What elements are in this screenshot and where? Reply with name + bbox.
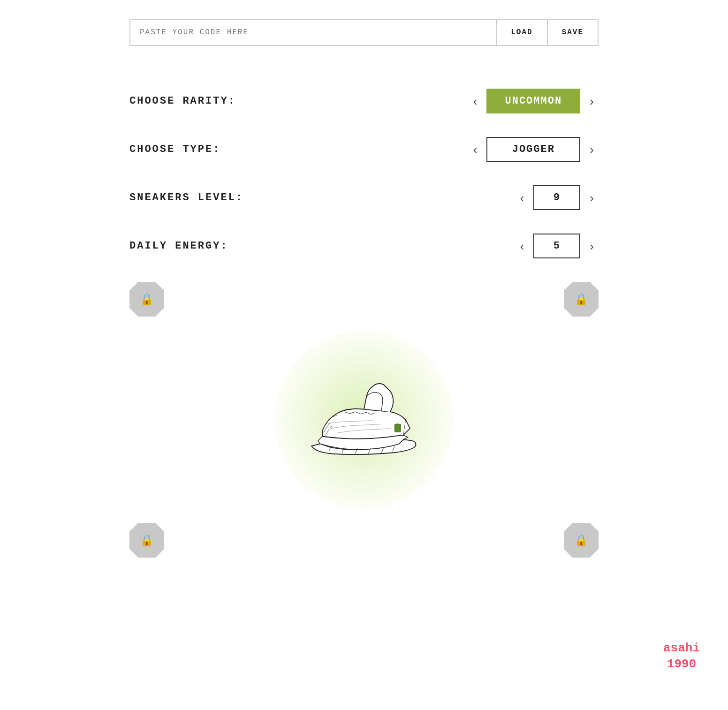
top-right-lock-button[interactable]: 🔒 xyxy=(564,282,599,317)
save-button[interactable]: SAVE xyxy=(547,20,598,45)
svg-rect-12 xyxy=(394,424,401,432)
top-left-lock-button[interactable]: 🔒 xyxy=(129,282,164,317)
level-prev-button[interactable]: ‹ xyxy=(516,189,529,206)
lock-icon-bottom-right: 🔒 xyxy=(574,534,588,547)
energy-next-button[interactable]: › xyxy=(585,238,599,255)
top-lock-row: 🔒 🔒 xyxy=(129,282,599,317)
rarity-next-button[interactable]: › xyxy=(585,93,599,110)
code-section: LOAD SAVE xyxy=(129,19,599,46)
type-label: CHOOSE TYPE: xyxy=(129,144,220,155)
energy-value: 5 xyxy=(533,234,580,258)
watermark-line1: asahi xyxy=(663,641,700,657)
energy-prev-button[interactable]: ‹ xyxy=(516,238,529,255)
lock-icon-top-right: 🔒 xyxy=(574,293,588,306)
divider xyxy=(129,65,599,65)
type-value: JOGGER xyxy=(486,137,580,162)
rarity-row: CHOOSE RARITY: ‹ UNCOMMON › xyxy=(129,89,599,113)
level-label: SNEAKERS LEVEL: xyxy=(129,192,243,204)
energy-control: ‹ 5 › xyxy=(516,234,599,258)
level-value: 9 xyxy=(533,185,580,210)
level-next-button[interactable]: › xyxy=(585,189,599,206)
type-control: ‹ JOGGER › xyxy=(469,137,599,162)
lock-icon-top-left: 🔒 xyxy=(140,293,154,306)
rarity-control: ‹ UNCOMMON › xyxy=(469,89,599,113)
type-row: CHOOSE TYPE: ‹ JOGGER › xyxy=(129,137,599,162)
bottom-right-lock-button[interactable]: 🔒 xyxy=(564,523,599,558)
rarity-label: CHOOSE RARITY: xyxy=(129,95,236,107)
load-button[interactable]: LOAD xyxy=(496,20,546,45)
sneaker-display xyxy=(129,331,599,509)
watermark: asahi 1990 xyxy=(663,641,700,672)
level-control: ‹ 9 › xyxy=(516,185,599,210)
level-row: SNEAKERS LEVEL: ‹ 9 › xyxy=(129,185,599,210)
energy-label: DAILY ENERGY: xyxy=(129,240,228,252)
lock-icon-bottom-left: 🔒 xyxy=(140,534,154,547)
code-input[interactable] xyxy=(130,20,496,45)
sneaker-image xyxy=(298,373,430,467)
type-next-button[interactable]: › xyxy=(585,141,599,158)
type-prev-button[interactable]: ‹ xyxy=(469,141,482,158)
bottom-lock-row: 🔒 🔒 xyxy=(129,523,599,595)
bottom-left-lock-button[interactable]: 🔒 xyxy=(129,523,164,558)
rarity-prev-button[interactable]: ‹ xyxy=(469,93,482,110)
code-buttons: LOAD SAVE xyxy=(496,20,598,45)
watermark-line2: 1990 xyxy=(663,657,700,672)
energy-row: DAILY ENERGY: ‹ 5 › xyxy=(129,234,599,258)
rarity-value: UNCOMMON xyxy=(486,89,580,113)
sneaker-glow-background xyxy=(275,331,453,509)
